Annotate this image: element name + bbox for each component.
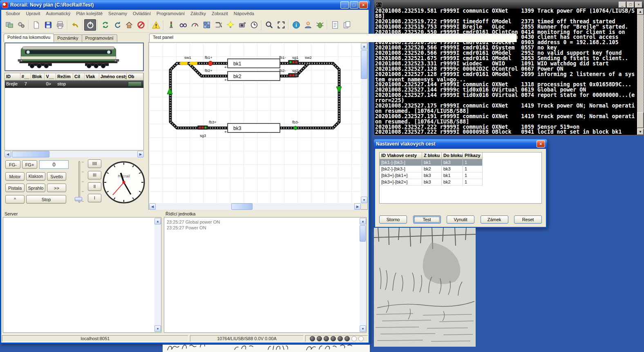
scroll-thumb[interactable] <box>12 151 49 157</box>
column-header-[interactable]: #__ <box>20 73 31 81</box>
column-header-cil[interactable]: Cíl <box>73 73 85 81</box>
column-header-vlak[interactable]: Vlak <box>85 73 99 81</box>
info-icon[interactable] <box>290 19 302 31</box>
route-row[interactable]: [bk3+]-[bk1+]bk3bk11 <box>380 173 541 179</box>
undo-icon[interactable] <box>69 19 81 31</box>
tab-poznamky[interactable]: Poznámky <box>54 34 82 42</box>
print-icon[interactable] <box>54 19 66 31</box>
menu-item-automaticky[interactable]: Automatický <box>43 10 73 17</box>
speed-slider[interactable] <box>74 159 85 205</box>
more-functions-button[interactable]: >> <box>47 184 66 192</box>
console-close-button[interactable]: × <box>635 2 642 8</box>
dialog-button-vynutit[interactable]: Vynutit <box>447 215 474 224</box>
power-icon[interactable] <box>84 19 96 31</box>
loco-table-hscrollbar[interactable]: ◀ ▶ <box>4 151 144 157</box>
workspace-icon[interactable] <box>3 19 15 31</box>
scroll-down-icon[interactable]: ▼ <box>637 129 644 135</box>
refresh-icon[interactable] <box>99 19 111 31</box>
scroll-down-icon[interactable]: ▼ <box>361 197 367 203</box>
rotate-icon[interactable] <box>111 19 123 31</box>
signal-sg1[interactable] <box>288 60 299 64</box>
console-scrollbar[interactable]: ▲ ▼ <box>637 9 644 135</box>
console-maximize-button[interactable]: □ <box>627 2 634 8</box>
scroll-right-icon[interactable]: ▶ <box>354 203 361 210</box>
route-row[interactable]: [bk1-]-[bk3-]bk1bk31 <box>380 159 541 166</box>
slider-thumb[interactable] <box>75 197 82 201</box>
track-plan[interactable]: bk1 bk2 bk3 + + + <box>149 43 361 203</box>
scroll-thumb[interactable] <box>231 203 253 210</box>
locomotive-table[interactable]: ID#__BlokV__RežimCílVlakJméno cestyObBre… <box>4 73 144 150</box>
route-row[interactable]: [bk3+]-[bk2+]bk3bk21 <box>380 179 541 186</box>
properties-icon[interactable] <box>15 19 27 31</box>
speed-step-1[interactable]: I <box>88 194 101 202</box>
column-header-prikazy[interactable]: Příkazy <box>463 152 483 159</box>
table-row[interactable]: Brejle70>stop <box>5 81 143 88</box>
scroll-up-icon[interactable]: ▲ <box>361 43 367 49</box>
scroll-up-icon[interactable]: ▲ <box>637 9 644 15</box>
clock-icon[interactable] <box>248 19 260 31</box>
menu-item-ovladani[interactable]: Ovládání <box>130 10 154 17</box>
scroll-thumb[interactable] <box>637 112 644 128</box>
unit-panel-scrollbar[interactable]: ▲ ▼ <box>360 218 366 332</box>
column-header-ob[interactable]: Ob <box>127 73 143 81</box>
column-header-z-bloku[interactable]: Z bloku <box>422 152 442 159</box>
track-hscrollbar[interactable]: ◀ ▶ <box>149 203 361 210</box>
route-arrow-down[interactable] <box>336 87 342 93</box>
sensor-fb1-plus[interactable] <box>208 61 213 66</box>
couple-button[interactable]: Sprahlo <box>26 184 45 192</box>
scroll-down-icon[interactable]: ▼ <box>360 325 366 332</box>
lamp-icon[interactable] <box>224 19 236 31</box>
speed-step-2[interactable]: II <box>88 182 101 191</box>
speed-step-3[interactable]: III <box>88 171 101 179</box>
fg-minus-button[interactable]: FG- <box>5 160 20 169</box>
tab-test-panel[interactable]: Test panel <box>149 34 517 42</box>
home-icon[interactable] <box>123 19 135 31</box>
maximize-button[interactable]: □ <box>350 1 358 9</box>
user-icon[interactable] <box>302 19 314 31</box>
bug-icon[interactable] <box>314 19 326 31</box>
signal-sg2[interactable] <box>288 73 299 77</box>
camera-icon[interactable] <box>236 19 248 31</box>
scroll-thumb[interactable] <box>360 225 366 242</box>
warning-icon[interactable] <box>150 19 162 31</box>
stop-icon[interactable] <box>135 19 147 31</box>
tab-programovani[interactable]: Programování <box>82 34 117 42</box>
dialog-button-reset[interactable]: Reset <box>514 215 542 224</box>
occupied-segment[interactable] <box>180 62 188 65</box>
zoom-icon[interactable] <box>263 19 275 31</box>
direction-button[interactable]: ^ <box>5 195 25 204</box>
fullscreen-icon[interactable] <box>275 19 287 31</box>
scroll-thumb[interactable] <box>361 50 367 79</box>
menu-item-zalozky[interactable]: Záložky <box>188 10 209 17</box>
save-icon[interactable] <box>42 19 54 31</box>
column-header-do-bloku[interactable]: Do bloku <box>442 152 463 159</box>
blocks-icon[interactable] <box>201 19 212 31</box>
console-titlebar[interactable]: C:\ _ □ × <box>374 0 644 9</box>
column-header-id-vlakove-cesty[interactable]: ID Vlakové cesty <box>380 152 422 159</box>
dialog-button-zamek[interactable]: Zámek <box>481 215 508 224</box>
menu-item-zobrazit[interactable]: Zobrazit <box>209 10 231 17</box>
dialog-button-test[interactable]: Test <box>413 215 441 224</box>
console-minimize-button[interactable]: _ <box>619 2 626 8</box>
light-button[interactable]: Svetlo <box>47 172 66 181</box>
column-header-id[interactable]: ID <box>5 73 20 81</box>
stop-button[interactable]: Stop <box>26 195 66 204</box>
sensor-fb3-minus[interactable] <box>294 126 297 130</box>
occupied-segment[interactable] <box>190 62 197 65</box>
column-header-jmeno-cesty[interactable]: Jméno cesty <box>99 73 127 81</box>
copy-icon[interactable] <box>341 19 353 31</box>
new-file-icon[interactable] <box>30 19 42 31</box>
whistle-button[interactable]: Pistala <box>5 184 25 192</box>
server-panel-scrollbar[interactable]: ▲ ▼ <box>154 218 161 332</box>
horn-button[interactable]: Klakson <box>26 172 45 181</box>
dialog-titlebar[interactable]: Nastavení vlakových cest × <box>374 139 547 149</box>
crossing-icon[interactable] <box>212 19 224 31</box>
routes-table[interactable]: ID Vlakové cestyZ blokuDo blokuPříkazy[b… <box>379 152 542 204</box>
motor-button[interactable]: Motor <box>5 172 25 181</box>
column-header-blok[interactable]: Blok <box>31 73 45 81</box>
minimize-button[interactable]: _ <box>340 1 349 9</box>
notes-icon[interactable] <box>329 19 341 31</box>
scroll-right-icon[interactable]: ▶ <box>137 151 144 157</box>
signal-sg3[interactable] <box>197 126 208 130</box>
fg-plus-button[interactable]: FG+ <box>22 160 37 169</box>
